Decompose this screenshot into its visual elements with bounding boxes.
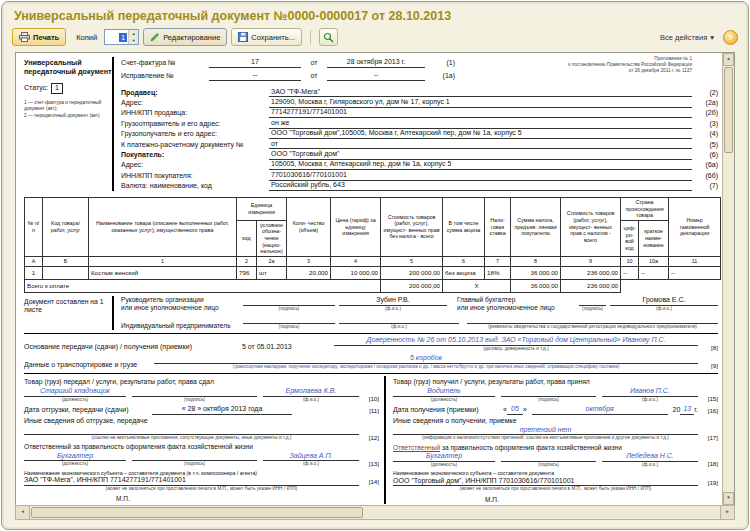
transport-value-field[interactable]: 5 коробок bbox=[154, 354, 698, 364]
floppy-icon bbox=[238, 32, 248, 42]
receiver-column: Товар (груз) получил / услуги, результат… bbox=[384, 376, 718, 504]
scroll-down-icon[interactable]: ▼ bbox=[723, 492, 734, 505]
consignor-value: он же bbox=[269, 119, 692, 129]
entrepreneur-reg-caption: (реквизиты свидетельства о государственн… bbox=[467, 324, 718, 330]
receiver-name-field[interactable]: Иванов П.С. bbox=[602, 387, 698, 397]
receiver-entity-value: ООО "Торговый дом", ИНН/КПП 7701030616/7… bbox=[393, 477, 698, 487]
col-country: Страна происхождения товара bbox=[621, 197, 669, 220]
buyer-name-value: ООО "Торговый дом" bbox=[269, 150, 692, 160]
receiver-stamp-label: М.П. bbox=[485, 496, 718, 504]
receiver-resp-role-field[interactable]: Бухгалтер bbox=[393, 452, 495, 462]
vertical-scroll-thumb[interactable] bbox=[724, 67, 733, 153]
entrepreneur-name-field[interactable] bbox=[339, 314, 459, 324]
receive-day-field[interactable]: 05 bbox=[507, 405, 523, 415]
goods-received-label: Товар (груз) получил / услуги, результат… bbox=[393, 378, 718, 386]
all-actions-button[interactable]: Все действия ▾ bbox=[660, 33, 714, 42]
shipper-resp-signature-field[interactable] bbox=[132, 452, 257, 462]
receiver-entity-caption: (может не заполняться при проставлении п… bbox=[393, 486, 718, 492]
accountant-name[interactable]: Громова Е.С. bbox=[610, 296, 718, 306]
goods-handed-label: Товар (груз) передал / услуги, результат… bbox=[24, 378, 379, 386]
vertical-scrollbar[interactable]: ▲ ▼ bbox=[722, 53, 734, 505]
print-button[interactable]: Печать bbox=[12, 28, 66, 46]
col-name: Наименование товара (описание выполненны… bbox=[89, 197, 237, 256]
horizontal-scroll-thumb[interactable] bbox=[31, 507, 363, 518]
receiver-resp-signature-field[interactable] bbox=[501, 452, 596, 462]
shipper-resp-role-field[interactable]: Бухгалтер bbox=[24, 452, 126, 462]
shipper-role-field[interactable]: Старший кладовщик bbox=[24, 387, 126, 397]
col-tax-sum: Сумма налога, предъяв- ляемая покупателю bbox=[511, 197, 561, 256]
shipper-column: Товар (груз) передал / услуги, результат… bbox=[24, 376, 384, 504]
line-number: [18] bbox=[698, 460, 718, 468]
status-note-2: 2 — передаточный документ (акт) bbox=[24, 113, 112, 119]
appendix-note: Приложение № 1 к постановлению Правитель… bbox=[568, 56, 692, 74]
document-window: Универсальный передаточный документ №000… bbox=[1, 1, 749, 530]
col-code: Код товара/ работ, услуг bbox=[43, 197, 89, 256]
scroll-up-icon[interactable]: ▲ bbox=[723, 53, 734, 66]
basis-caption: (договор, доверенность и т.д.) bbox=[334, 346, 698, 352]
accountant-signature-field[interactable] bbox=[579, 296, 606, 306]
shipper-responsible-label: Ответственный за правильность оформления… bbox=[24, 443, 379, 451]
shipper-resp-name-field[interactable]: Зайцева А.П. bbox=[263, 452, 359, 462]
basis-document-field[interactable]: Доверенность № 26 от 05.10.2013 выд. ЗАО… bbox=[334, 336, 698, 346]
responsible-link[interactable]: Ответственный bbox=[393, 444, 440, 451]
col-country-name: краткое наиме- нование bbox=[639, 220, 669, 256]
copies-label: Копий bbox=[76, 33, 97, 42]
shipper-name-field[interactable]: Ермолаева К.В. bbox=[263, 387, 359, 397]
director-name[interactable]: Зубин Р.В. bbox=[339, 296, 447, 306]
col-excise: В том числе сумма акциза bbox=[443, 197, 485, 256]
receiver-signature-field[interactable] bbox=[501, 387, 596, 397]
seller-name-value: ЗАО "ТФ-Мега" bbox=[269, 88, 692, 98]
goods-row[interactable]: 1Костюм женский796шт20,00010 000,00200 0… bbox=[25, 266, 721, 279]
receive-year-field[interactable]: 13 bbox=[680, 405, 694, 415]
total-x: X bbox=[443, 279, 511, 292]
col-price: Цена (тариф) за единицу измерения bbox=[331, 197, 381, 256]
receive-month-field[interactable]: октября bbox=[532, 405, 668, 415]
line-number: (1а) bbox=[425, 72, 455, 81]
save-button[interactable]: Сохранить... bbox=[231, 28, 302, 46]
receiver-responsible-label: Ответственный за правильность оформления… bbox=[393, 444, 718, 452]
correction-number-field[interactable]: -- bbox=[209, 71, 301, 81]
invoice-date-field[interactable]: 28 октября 2013 г. bbox=[327, 58, 425, 68]
shipper-signature-field[interactable] bbox=[132, 387, 257, 397]
col-tax-rate: Нало- говая ставка bbox=[485, 197, 511, 256]
scroll-left-icon[interactable]: ◄ bbox=[16, 506, 30, 519]
spin-down-icon[interactable]: ▼ bbox=[129, 37, 138, 44]
shipper-stamp-label: М.П. bbox=[116, 495, 379, 503]
payment-doc-value: от bbox=[269, 140, 692, 150]
requisite-row: Адрес:105005, Москва г, Аптекарский пер,… bbox=[121, 160, 718, 170]
copies-value[interactable]: 1 bbox=[119, 33, 127, 42]
ship-date-value[interactable]: « 28 » октября 2013 года bbox=[152, 405, 292, 415]
edit-button[interactable]: Редактирование bbox=[143, 28, 227, 46]
transport-row: Данные о транспортировке и грузе 5 короб… bbox=[24, 354, 718, 369]
scroll-right-icon[interactable]: ► bbox=[720, 506, 734, 519]
spin-up-icon[interactable]: ▲ bbox=[129, 30, 138, 37]
buyer-address-value: 105005, Москва г, Аптекарский пер, дом №… bbox=[269, 160, 692, 170]
invoice-number-field[interactable]: 17 bbox=[209, 58, 301, 68]
ship-other-field[interactable] bbox=[24, 426, 359, 436]
director-signature-field[interactable] bbox=[243, 296, 335, 306]
preview-button[interactable] bbox=[319, 28, 338, 46]
column-codes-row: АБ122а34567891010а11 bbox=[25, 256, 721, 266]
edit-label: Редактирование bbox=[163, 33, 220, 42]
printer-icon bbox=[19, 32, 30, 42]
correction-date-field[interactable]: -- bbox=[327, 71, 425, 81]
receiver-resp-name-field[interactable]: Лебедева Н.С. bbox=[602, 452, 698, 462]
line-number: [17] bbox=[698, 434, 718, 442]
line-number: [19] bbox=[698, 479, 718, 487]
basis-label: Основание передачи (сдачи) / получения (… bbox=[24, 343, 242, 352]
entrepreneur-signature-field[interactable] bbox=[243, 314, 335, 324]
receiver-role-field[interactable]: Водитель bbox=[393, 387, 495, 397]
col-unit-code: код bbox=[237, 220, 257, 256]
doc-type-label: Универсальный передаточный документ bbox=[24, 58, 112, 76]
receive-other-field[interactable]: претензий нет bbox=[393, 426, 698, 436]
col-npp: № п/п bbox=[25, 197, 43, 256]
horizontal-scrollbar[interactable]: ◄ ► bbox=[15, 505, 735, 520]
status-value[interactable]: 1 bbox=[51, 83, 63, 94]
help-button[interactable]: ? bbox=[723, 30, 738, 45]
goods-table: № п/п Код товара/ работ, услуг Наименова… bbox=[24, 197, 721, 293]
copies-stepper[interactable]: 1 ▲ ▼ bbox=[104, 29, 139, 45]
col-cost-without-tax: Стоимость товаров (работ, услуг), имущес… bbox=[381, 197, 443, 256]
window-title: Универсальный передаточный документ №000… bbox=[2, 2, 748, 25]
total-without-tax: 200 000,00 bbox=[381, 279, 443, 292]
line-number: [13] bbox=[359, 460, 379, 468]
